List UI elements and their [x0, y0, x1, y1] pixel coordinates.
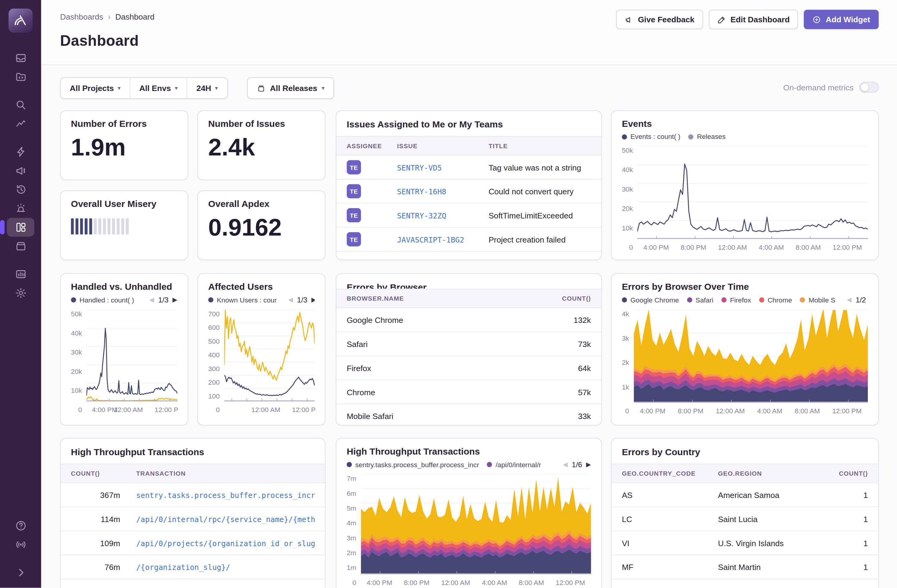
sidebar-item-releases[interactable]: [7, 237, 34, 256]
ondemand-metrics-label: On-demand metrics: [783, 82, 853, 92]
widget-user-misery[interactable]: Overall User Misery: [60, 190, 188, 260]
widget-events[interactable]: Events Events : count( )Releases 50k40k3…: [611, 110, 879, 260]
sidebar-item-broadcasts[interactable]: [7, 535, 34, 554]
avatar[interactable]: TE: [347, 232, 361, 246]
table-link[interactable]: /api/0/internal/rpc/{service_name}/{meth…: [136, 515, 315, 523]
table-link[interactable]: SENTRY-VD5: [397, 163, 442, 172]
environment-filter[interactable]: All Envs▾: [130, 78, 187, 98]
sidebar-item-search[interactable]: [7, 96, 34, 115]
sidebar-item-dashboards[interactable]: [7, 218, 34, 237]
legend-item[interactable]: Events : count( ): [622, 133, 680, 141]
avatar[interactable]: TE: [347, 208, 361, 222]
browser-over-time-chart[interactable]: 4k3k2k1k04:00 PM8:00 PM12:00 AM4:00 AM8:…: [622, 310, 868, 415]
affected-users-chart[interactable]: 700600500400300200100012:00 AM12:00 P: [208, 310, 315, 414]
ondemand-metrics-toggle[interactable]: [859, 82, 879, 93]
pager-prev-button[interactable]: ◀: [288, 296, 293, 304]
legend-item[interactable]: Firefox: [722, 296, 751, 304]
column-header[interactable]: ISSUE: [397, 142, 488, 150]
project-filter[interactable]: All Projects▾: [61, 78, 130, 98]
widget-errors-by-country[interactable]: Errors by Country GEO.COUNTRY_CODEGEO.RE…: [611, 438, 879, 588]
sidebar-item-feedback[interactable]: [7, 161, 34, 180]
avatar[interactable]: TE: [347, 160, 361, 174]
sidebar-item-alerts[interactable]: [7, 199, 34, 218]
legend-item[interactable]: /api/0/internal/r: [487, 461, 541, 469]
chart-plot-area[interactable]: [361, 475, 591, 574]
column-header[interactable]: GEO.REGION: [718, 470, 831, 477]
handled-chart[interactable]: 50k40k30k20k10k04:00 PM12:00 AM12:00 P: [71, 310, 177, 414]
column-header[interactable]: COUNT(): [831, 470, 868, 477]
table-row: Safari73k: [336, 332, 601, 356]
sidebar-item-replays[interactable]: [7, 180, 34, 199]
line-series-0: [87, 328, 178, 396]
column-header[interactable]: COUNT(): [540, 295, 591, 302]
sidebar-item-stats[interactable]: [7, 265, 34, 284]
legend-item[interactable]: Chrome: [759, 296, 792, 304]
sentry-logo[interactable]: [8, 8, 32, 32]
table-row: Google Chrome132k: [336, 308, 601, 332]
sidebar-item-metrics[interactable]: [7, 115, 34, 133]
widget-number-of-issues[interactable]: Number of Issues 2.4k: [197, 110, 326, 180]
widget-number-of-errors[interactable]: Number of Errors 1.9m: [60, 110, 188, 180]
column-header[interactable]: ASSIGNEE: [347, 142, 397, 150]
legend-item[interactable]: Google Chrome: [622, 296, 679, 304]
legend-dot-icon: [71, 297, 76, 302]
legend-item[interactable]: Mobile S: [800, 296, 835, 304]
column-header[interactable]: TRANSACTION: [136, 470, 315, 477]
widget-high-throughput-table[interactable]: High Throughput Transactions COUNT()TRAN…: [60, 438, 326, 588]
sidebar-item-settings[interactable]: [7, 284, 34, 302]
widget-apdex[interactable]: Overall Apdex 0.9162: [197, 190, 326, 260]
pager-prev-button[interactable]: ◀: [563, 461, 568, 469]
edit-dashboard-button[interactable]: Edit Dashboard: [709, 10, 798, 29]
pager-next-button[interactable]: ▶: [311, 296, 315, 304]
widget-affected-users[interactable]: Affected Users Known Users : cour◀1/3▶ 7…: [197, 273, 326, 425]
sidebar-footer: [7, 516, 34, 588]
sidebar-item-help[interactable]: [7, 516, 34, 535]
sidebar-collapse-button[interactable]: [7, 563, 34, 582]
events-chart[interactable]: 50k40k30k20k10k04:00 PM8:00 PM12:00 AM4:…: [622, 147, 868, 252]
table-row: TESENTRY-VD5Tag value was not a string: [336, 156, 601, 180]
pager-prev-button[interactable]: ◀: [149, 296, 154, 304]
high-throughput-chart[interactable]: 7m6m5m4m3m2m1m04:00 PM8:00 PM12:00 AM4:0…: [347, 475, 591, 586]
avatar[interactable]: TE: [347, 184, 361, 198]
table-link[interactable]: sentry.tasks.process_buffer.process_incr: [136, 491, 315, 499]
widget-issues-assigned[interactable]: Issues Assigned to Me or My Teams ASSIGN…: [336, 110, 602, 260]
add-widget-button[interactable]: Add Widget: [804, 10, 879, 29]
text-cell: Chrome: [347, 387, 540, 396]
table-link[interactable]: JAVASCRIPT-1BG2: [397, 235, 464, 244]
chart-plot-area[interactable]: [87, 310, 177, 402]
widget-errors-by-browser-over-time[interactable]: Errors by Browser Over Time Google Chrom…: [611, 273, 879, 425]
table-link[interactable]: /api/0/projects/{organization_id_or_slug…: [136, 539, 315, 547]
pager-prev-button[interactable]: ◀: [846, 296, 851, 304]
releases-filter[interactable]: All Releases ▾: [247, 77, 334, 99]
column-header[interactable]: COUNT(): [71, 470, 120, 477]
affected-users-legend: Known Users : cour◀1/3▶: [208, 295, 315, 304]
legend-item[interactable]: Known Users : cour: [208, 296, 277, 304]
sidebar-item-performance[interactable]: [7, 142, 34, 162]
widget-handled-vs-unhandled[interactable]: Handled vs. Unhandled Handled : count( )…: [60, 273, 188, 425]
legend-item[interactable]: Handled : count( ): [71, 296, 134, 304]
column-header[interactable]: BROWSER.NAME: [347, 295, 540, 302]
chart-plot-area[interactable]: [224, 310, 315, 402]
chart-plot-area[interactable]: [634, 310, 868, 402]
widget-errors-by-browser[interactable]: Errors by Browser BROWSER.NAMECOUNT()Goo…: [336, 273, 602, 425]
legend-item[interactable]: Releases: [689, 133, 726, 141]
give-feedback-button[interactable]: Give Feedback: [616, 10, 703, 29]
chart-plot-area[interactable]: [637, 147, 868, 239]
text-cell: Mobile Safari: [347, 411, 540, 420]
breadcrumb-dashboards[interactable]: Dashboards: [60, 12, 103, 21]
sidebar-item-projects[interactable]: [7, 67, 34, 87]
legend-item[interactable]: sentry.tasks.process_buffer.process_incr: [347, 461, 479, 469]
text-cell: U.S. Virgin Islands: [718, 538, 831, 547]
date-range-filter[interactable]: 24H▾: [187, 78, 227, 98]
widget-high-throughput-chart[interactable]: High Throughput Transactions sentry.task…: [336, 438, 602, 588]
column-header[interactable]: GEO.COUNTRY_CODE: [622, 470, 718, 477]
table-link[interactable]: SENTRY-16H8: [397, 187, 446, 196]
table-link[interactable]: /{organization_slug}/: [136, 563, 230, 571]
pager-next-button[interactable]: ▶: [586, 461, 591, 469]
table-link[interactable]: SENTRY-32ZQ: [397, 211, 446, 220]
sidebar-item-issues[interactable]: [7, 49, 34, 67]
column-header[interactable]: TITLE: [488, 142, 591, 150]
pager-next-button[interactable]: ▶: [172, 296, 177, 304]
legend-item[interactable]: Safari: [687, 296, 713, 304]
widget-title: Affected Users: [208, 282, 315, 292]
